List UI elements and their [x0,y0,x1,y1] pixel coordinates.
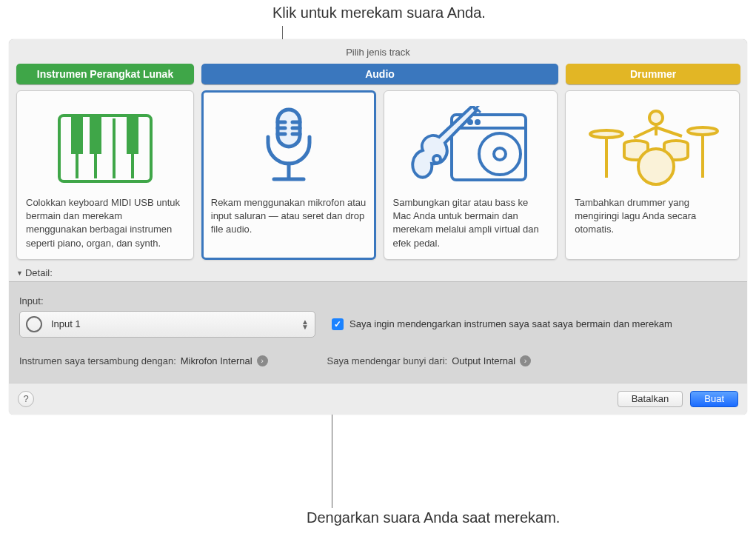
card-audio-guitar-desc: Sambungkan gitar atau bass ke Mac Anda u… [393,196,549,250]
input-select[interactable]: Input 1 ▲▼ [19,311,315,338]
card-audio-mic-desc: Rekam menggunakan mikrofon atau input sa… [211,196,367,237]
tab-audio[interactable]: Audio [201,64,558,84]
guitar-amp-icon [393,100,549,196]
input-select-value: Input 1 [51,318,81,329]
svg-point-28 [590,130,623,138]
tab-drummer[interactable]: Drummer [566,64,740,84]
svg-point-27 [649,111,663,124]
output-connection-link[interactable]: Saya mendengar bunyi dari: Output Intern… [327,355,532,366]
cards-row: Colokkan keyboard MIDI USB untuk bermain… [9,90,747,267]
details-toggle[interactable]: Detail: [9,267,747,282]
svg-rect-5 [71,117,83,154]
svg-point-23 [476,121,479,124]
tabs-row: Instrumen Perangkat Lunak Audio Drummer [9,64,747,90]
instrument-connection-link[interactable]: Instrumen saya tersambung dengan: Mikrof… [19,355,268,366]
dialog-footer: ? Batalkan Buat [9,383,747,415]
instrument-connection-value: Mikrofon Internal [181,355,252,366]
chevron-right-icon: › [257,355,268,366]
cancel-button[interactable]: Batalkan [618,391,683,407]
monitor-checkbox-label: Saya ingin mendengarkan instrumen saya s… [349,318,672,329]
svg-rect-7 [127,117,138,154]
svg-rect-6 [90,117,101,154]
microphone-icon [211,100,367,196]
svg-point-30 [688,127,717,135]
dialog-title: Pilih jenis track [9,39,747,64]
disclosure-triangle-icon [16,267,25,278]
output-connection-label: Saya mendengar bunyi dari: [327,355,448,366]
callout-top-text: Klik untuk merekam suara Anda. [272,4,486,21]
svg-point-20 [494,148,506,160]
svg-point-19 [479,133,521,175]
drumkit-icon [575,100,730,196]
card-audio-guitar[interactable]: Sambungkan gitar atau bass ke Mac Anda u… [384,90,558,260]
details-label: Detail: [25,267,53,278]
piano-keys-icon [26,100,184,196]
tab-software-instrument[interactable]: Instrumen Perangkat Lunak [16,64,194,84]
card-drummer[interactable]: Tambahkan drummer yang mengiringi lagu A… [565,90,740,260]
updown-arrows-icon: ▲▼ [301,319,309,329]
monitor-checkbox[interactable]: ✓ [332,318,344,330]
output-connection-value: Output Internal [452,355,515,366]
svg-point-34 [638,149,674,184]
callout-bottom-text: Dengarkan suara Anda saat merekam. [307,509,560,526]
instrument-connection-label: Instrumen saya tersambung dengan: [19,355,176,366]
card-software-desc: Colokkan keyboard MIDI USB untuk bermain… [26,196,184,250]
track-type-dialog: Pilih jenis track Instrumen Perangkat Lu… [9,39,747,415]
details-body: Input: Input 1 ▲▼ ✓ Saya ingin mendengar… [9,282,747,383]
card-audio-mic[interactable]: Rekam menggunakan mikrofon atau input sa… [201,90,376,260]
card-drummer-desc: Tambahkan drummer yang mengiringi lagu A… [575,196,730,237]
help-button[interactable]: ? [18,391,34,407]
input-label: Input: [19,295,737,306]
chevron-right-icon: › [520,355,531,366]
create-button[interactable]: Buat [690,391,738,407]
input-channel-icon [26,316,42,332]
card-software-instrument[interactable]: Colokkan keyboard MIDI USB untuk bermain… [16,90,194,260]
svg-point-22 [469,121,472,124]
